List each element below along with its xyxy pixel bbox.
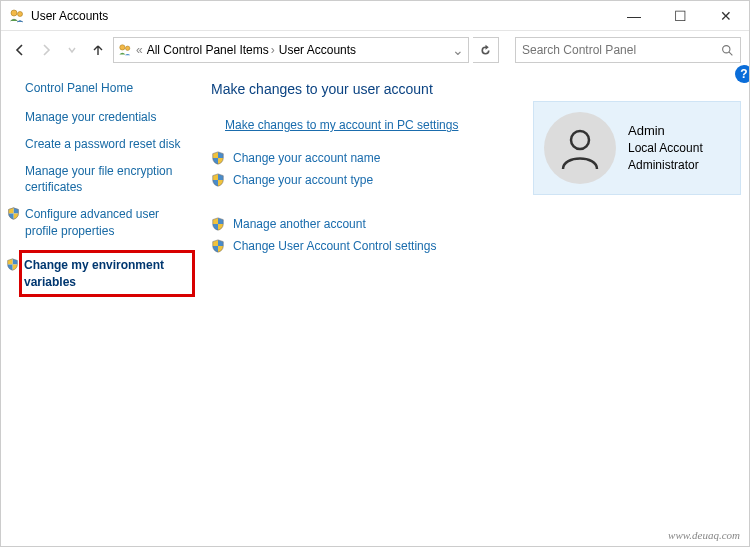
sidebar: Control Panel Home Manage your credentia… xyxy=(1,81,191,297)
titlebar: User Accounts — ☐ ✕ xyxy=(1,1,749,31)
watermark: www.deuaq.com xyxy=(668,529,740,541)
content-area: ? Control Panel Home Manage your credent… xyxy=(1,69,749,297)
shield-icon xyxy=(211,151,225,165)
shield-icon xyxy=(211,239,225,253)
sidebar-item-label: Configure advanced user profile properti… xyxy=(25,207,159,238)
sidebar-item-env-variables[interactable]: Change my environment variables xyxy=(24,257,186,291)
chevron-right-icon: › xyxy=(271,43,275,57)
shield-icon xyxy=(211,173,225,187)
close-button[interactable]: ✕ xyxy=(703,1,749,30)
control-panel-home-link[interactable]: Control Panel Home xyxy=(25,81,185,95)
highlight-env-variables: Change my environment variables xyxy=(19,250,195,298)
link-manage-another[interactable]: Manage another account xyxy=(233,217,366,231)
sidebar-item-credentials[interactable]: Manage your credentials xyxy=(25,109,185,126)
link-change-type[interactable]: Change your account type xyxy=(233,173,373,187)
svg-point-1 xyxy=(18,11,23,16)
recent-dropdown[interactable] xyxy=(61,39,83,61)
up-button[interactable] xyxy=(87,43,109,57)
user-info: Admin Local Account Administrator xyxy=(628,122,703,174)
breadcrumb-item-1[interactable]: All Control Panel Items › xyxy=(147,43,275,57)
main-pane: Make changes to your user account Make c… xyxy=(191,81,749,297)
search-box[interactable] xyxy=(515,37,741,63)
link-pc-settings[interactable]: Make changes to my account in PC setting… xyxy=(225,118,458,132)
sidebar-item-password-reset[interactable]: Create a password reset disk xyxy=(25,136,185,153)
sidebar-item-file-encryption[interactable]: Manage your file encryption certificates xyxy=(25,163,185,197)
search-input[interactable] xyxy=(522,43,721,57)
back-button[interactable] xyxy=(9,39,31,61)
link-uac-settings[interactable]: Change User Account Control settings xyxy=(233,239,436,253)
window-title: User Accounts xyxy=(31,9,611,23)
svg-point-0 xyxy=(11,10,17,16)
breadcrumb-label: All Control Panel Items xyxy=(147,43,269,57)
shield-icon xyxy=(211,217,225,231)
page-heading: Make changes to your user account xyxy=(211,81,533,97)
breadcrumb-item-2[interactable]: User Accounts xyxy=(279,43,356,57)
address-dropdown[interactable]: ⌄ xyxy=(452,42,464,58)
svg-point-2 xyxy=(120,45,125,50)
shield-icon xyxy=(6,258,19,271)
forward-button[interactable] xyxy=(35,39,57,61)
sidebar-item-advanced-profile[interactable]: Configure advanced user profile properti… xyxy=(25,206,185,240)
app-icon xyxy=(9,8,25,24)
search-icon xyxy=(721,44,734,57)
main-links: Make changes to your user account Make c… xyxy=(211,81,533,297)
minimize-button[interactable]: — xyxy=(611,1,657,30)
svg-point-6 xyxy=(571,131,589,149)
refresh-button[interactable] xyxy=(473,37,499,63)
user-role: Administrator xyxy=(628,157,703,174)
breadcrumb-prefix: « xyxy=(136,43,143,57)
svg-point-4 xyxy=(723,45,730,52)
navbar: « All Control Panel Items › User Account… xyxy=(1,31,749,69)
address-bar[interactable]: « All Control Panel Items › User Account… xyxy=(113,37,469,63)
window-controls: — ☐ ✕ xyxy=(611,1,749,30)
svg-point-3 xyxy=(125,46,129,50)
user-account-type: Local Account xyxy=(628,140,703,157)
user-name: Admin xyxy=(628,122,703,140)
svg-line-5 xyxy=(729,52,732,55)
link-change-name[interactable]: Change your account name xyxy=(233,151,380,165)
maximize-button[interactable]: ☐ xyxy=(657,1,703,30)
breadcrumb-label: User Accounts xyxy=(279,43,356,57)
avatar xyxy=(544,112,616,184)
help-icon[interactable]: ? xyxy=(735,65,750,83)
user-card: Admin Local Account Administrator xyxy=(533,101,741,195)
sidebar-item-label: Change my environment variables xyxy=(24,258,164,289)
shield-icon xyxy=(7,207,20,220)
app-icon-small xyxy=(118,43,132,57)
